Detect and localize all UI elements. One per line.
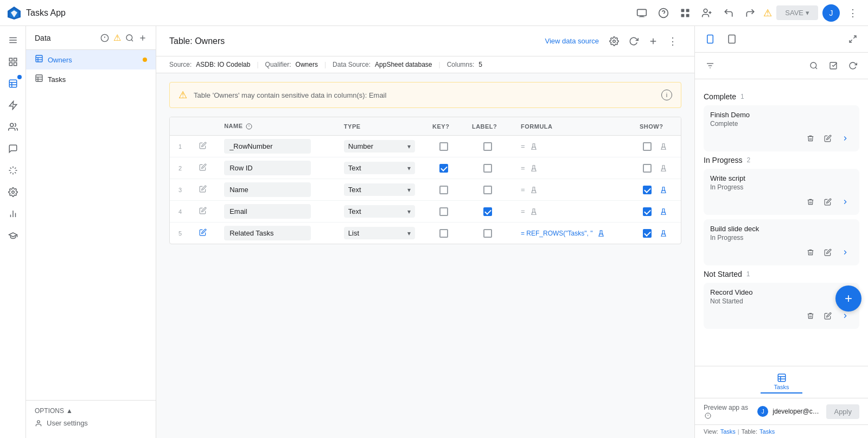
row-field-type[interactable]: Text▾ xyxy=(335,201,424,223)
grid-icon[interactable] xyxy=(676,4,694,22)
row-show-checkbox[interactable] xyxy=(631,201,681,223)
data-item-owners[interactable]: Owners xyxy=(26,50,156,69)
row-label-checkbox[interactable] xyxy=(463,136,512,157)
row-key-checkbox[interactable] xyxy=(424,157,463,179)
task-delete-build-deck[interactable] xyxy=(803,245,818,260)
svg-point-12 xyxy=(704,9,707,12)
sidebar-icon-chat[interactable] xyxy=(3,139,23,158)
row-formula[interactable]: = REF_ROWS("Tasks", " xyxy=(512,223,631,244)
row-show-checkbox[interactable] xyxy=(631,179,681,201)
redo-icon[interactable] xyxy=(742,4,759,22)
svg-rect-84 xyxy=(778,374,786,382)
sidebar-icon-insights[interactable] xyxy=(3,204,23,224)
data-table-container: NAME TYPE KEY? LABEL? FORMULA SHOW? 1Num… xyxy=(169,117,681,244)
row-edit-icon[interactable] xyxy=(190,179,215,201)
sidebar-icon-data[interactable] xyxy=(3,74,23,93)
left-panel: Data ⚠ Owners Tasks xyxy=(26,26,156,438)
view-data-source-link[interactable]: View data source xyxy=(545,37,599,45)
row-edit-icon[interactable] xyxy=(190,223,215,244)
row-field-name[interactable] xyxy=(215,223,335,244)
add-column-icon[interactable] xyxy=(644,33,662,50)
sidebar-icon-ideas[interactable] xyxy=(3,161,23,180)
row-field-type[interactable]: Text▾ xyxy=(335,157,424,179)
data-add-icon[interactable] xyxy=(138,34,147,42)
sidebar-icon-automation[interactable] xyxy=(3,96,23,115)
row-field-type[interactable]: Number▾ xyxy=(335,136,424,157)
more-options-icon[interactable]: ⋮ xyxy=(844,4,861,22)
svg-point-36 xyxy=(11,191,14,194)
rp-search-icon[interactable] xyxy=(805,57,822,74)
table-settings-icon[interactable] xyxy=(605,33,623,50)
footer-view-value[interactable]: Tasks xyxy=(720,428,736,435)
add-user-icon[interactable] xyxy=(698,4,716,22)
row-label-checkbox[interactable] xyxy=(463,157,512,179)
task-edit-record-video[interactable] xyxy=(820,308,835,323)
task-edit-write-script[interactable] xyxy=(820,194,835,210)
row-formula[interactable]: = xyxy=(512,179,631,201)
refresh-icon[interactable] xyxy=(625,33,642,50)
rp-filter-icon[interactable] xyxy=(701,57,719,74)
main-header: Table: Owners View data source ⋮ xyxy=(156,26,694,56)
sidebar-icon-learn[interactable] xyxy=(3,226,23,245)
svg-rect-11 xyxy=(686,14,690,17)
warning-info-icon[interactable]: i xyxy=(661,90,672,100)
row-field-type[interactable]: Text▾ xyxy=(335,179,424,201)
row-edit-icon[interactable] xyxy=(190,201,215,223)
task-delete-write-script[interactable] xyxy=(803,194,818,210)
row-formula[interactable]: = xyxy=(512,157,631,179)
row-key-checkbox[interactable] xyxy=(424,179,463,201)
avatar[interactable]: J xyxy=(822,4,840,22)
row-formula[interactable]: = xyxy=(512,136,631,157)
sidebar-icon-views[interactable] xyxy=(3,52,23,72)
row-show-checkbox[interactable] xyxy=(631,223,681,244)
apply-button[interactable]: Apply xyxy=(826,404,859,419)
row-formula[interactable]: = xyxy=(512,201,631,223)
undo-icon[interactable] xyxy=(720,4,737,22)
more-table-options-icon[interactable]: ⋮ xyxy=(664,33,681,50)
row-field-name[interactable] xyxy=(215,201,335,223)
task-edit-finish-demo[interactable] xyxy=(820,131,835,146)
row-field-name[interactable] xyxy=(215,157,335,179)
data-search-icon[interactable] xyxy=(125,34,134,42)
task-edit-build-deck[interactable] xyxy=(820,245,835,260)
row-key-checkbox[interactable] xyxy=(424,223,463,244)
row-field-name[interactable] xyxy=(215,179,335,201)
task-open-finish-demo[interactable] xyxy=(838,131,853,146)
rp-nav-tasks[interactable]: Tasks xyxy=(761,371,802,393)
row-label-checkbox[interactable] xyxy=(463,201,512,223)
row-label-checkbox[interactable] xyxy=(463,223,512,244)
sidebar-icon-nav[interactable] xyxy=(3,30,23,50)
task-open-build-deck[interactable] xyxy=(838,245,853,260)
row-edit-icon[interactable] xyxy=(190,157,215,179)
row-label-checkbox[interactable] xyxy=(463,179,512,201)
sidebar-icon-users[interactable] xyxy=(3,117,23,137)
task-delete-record-video[interactable] xyxy=(803,308,818,323)
row-edit-icon[interactable] xyxy=(190,136,215,157)
rp-checkbox-icon[interactable] xyxy=(825,57,842,74)
row-show-checkbox[interactable] xyxy=(631,157,681,179)
data-info-icon[interactable] xyxy=(100,34,109,42)
section-count-not-started: 1 xyxy=(746,270,750,278)
task-open-write-script[interactable] xyxy=(838,194,853,210)
footer-table-value[interactable]: Tasks xyxy=(760,428,775,435)
help-icon[interactable] xyxy=(655,4,672,22)
row-field-name[interactable] xyxy=(215,136,335,157)
row-key-checkbox[interactable] xyxy=(424,136,463,157)
add-task-fab[interactable]: + xyxy=(835,285,861,312)
data-item-tasks[interactable]: Tasks xyxy=(26,69,156,89)
rp-expand-icon[interactable] xyxy=(844,30,861,48)
task-delete-finish-demo[interactable] xyxy=(803,131,818,146)
options-header[interactable]: OPTIONS ▲ xyxy=(35,407,147,415)
preview-icon[interactable] xyxy=(633,4,650,22)
row-show-checkbox[interactable] xyxy=(631,136,681,157)
row-key-checkbox[interactable] xyxy=(424,201,463,223)
rp-refresh-icon[interactable] xyxy=(844,57,861,74)
svg-rect-4 xyxy=(640,16,644,17)
user-settings-item[interactable]: User settings xyxy=(35,415,147,431)
mobile-view-icon[interactable] xyxy=(701,30,719,48)
sidebar-icon-settings[interactable] xyxy=(3,182,23,202)
right-panel-wrapper: ◀ xyxy=(694,26,868,438)
row-field-type[interactable]: List▾ xyxy=(335,223,424,244)
tablet-view-icon[interactable] xyxy=(723,30,741,48)
save-button[interactable]: SAVE ▾ xyxy=(776,5,818,20)
